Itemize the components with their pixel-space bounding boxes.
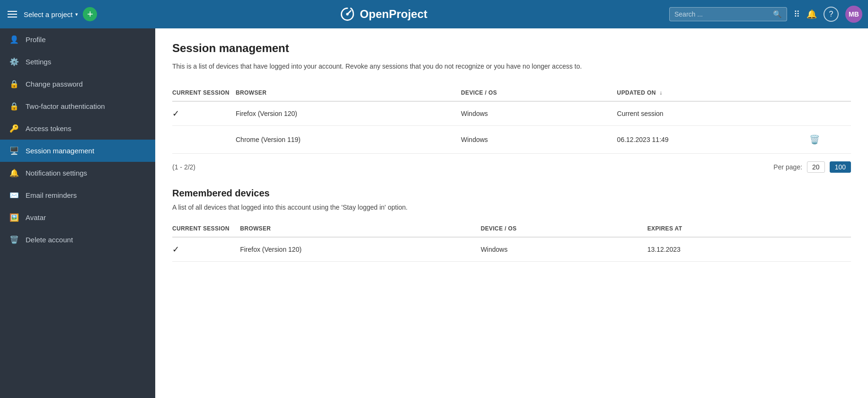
- delete-session-button[interactable]: 🗑️: [807, 133, 822, 147]
- rem-browser-cell: Firefox (Version 120): [240, 237, 481, 262]
- search-input[interactable]: [674, 10, 769, 18]
- current-session-check: ✓: [172, 101, 236, 126]
- rem-current-check: ✓: [172, 237, 240, 262]
- topbar-right: 🔍 ⠿ 🔔 ? MB: [669, 6, 862, 23]
- remembered-devices-desc: A list of all devices that logged into t…: [172, 203, 851, 211]
- per-page-20[interactable]: 20: [807, 161, 825, 173]
- main-content: Session management This is a list of dev…: [155, 28, 868, 398]
- hamburger-menu[interactable]: [6, 9, 19, 19]
- user-icon: 👤: [9, 35, 19, 44]
- updated-cell: Current session: [617, 101, 808, 126]
- table-row: ✓ Firefox (Version 120) Windows Current …: [172, 101, 851, 126]
- col-header-current-session: CURRENT SESSION: [172, 85, 236, 101]
- chevron-down-icon: ▾: [75, 11, 78, 18]
- col-header-action: [807, 85, 851, 101]
- rem-col-header-expires: EXPIRES AT: [647, 221, 851, 237]
- topbar: Select a project ▾ + OpenProject 🔍 ⠿ 🔔 ?…: [0, 0, 868, 28]
- lock-icon: 🔒: [9, 80, 19, 88]
- sort-arrow-icon: ↓: [659, 89, 662, 96]
- action-cell: 🗑️: [807, 126, 851, 154]
- browser-cell: Chrome (Version 119): [236, 126, 461, 154]
- sidebar-item-email-reminders[interactable]: ✉️ Email reminders: [0, 184, 155, 206]
- shield-icon: 🔒: [9, 102, 19, 111]
- per-page-controls: Per page: 20 100: [773, 161, 851, 173]
- topbar-left: Select a project ▾ +: [6, 7, 97, 21]
- trash-icon: 🗑️: [9, 235, 19, 244]
- layout: 👤 Profile ⚙️ Settings 🔒 Change password …: [0, 28, 868, 398]
- gear-icon: ⚙️: [9, 57, 19, 66]
- sidebar-item-change-password[interactable]: 🔒 Change password: [0, 73, 155, 95]
- sidebar-item-delete-account[interactable]: 🗑️ Delete account: [0, 229, 155, 251]
- per-page-100[interactable]: 100: [830, 161, 851, 173]
- table-row: ✓ Firefox (Version 120) Windows 13.12.20…: [172, 237, 851, 262]
- topbar-center: OpenProject: [102, 6, 664, 23]
- sidebar-item-settings[interactable]: ⚙️ Settings: [0, 51, 155, 73]
- sessions-table: CURRENT SESSION BROWSER DEVICE / OS UPDA…: [172, 85, 851, 154]
- search-box[interactable]: 🔍: [669, 7, 787, 21]
- rem-device-cell: Windows: [481, 237, 647, 262]
- sidebar: 👤 Profile ⚙️ Settings 🔒 Change password …: [0, 28, 155, 398]
- browser-cell: Firefox (Version 120): [236, 101, 461, 126]
- sidebar-item-avatar[interactable]: 🖼️ Avatar: [0, 206, 155, 229]
- pagination-row: (1 - 2/2) Per page: 20 100: [172, 161, 851, 173]
- bell-icon[interactable]: 🔔: [806, 9, 817, 19]
- sidebar-item-two-factor[interactable]: 🔒 Two-factor authentication: [0, 95, 155, 117]
- updated-cell: 06.12.2023 11:49: [617, 126, 808, 154]
- key-icon: 🔑: [9, 124, 19, 133]
- checkmark-icon: ✓: [172, 245, 179, 254]
- rem-expires-cell: 13.12.2023: [647, 237, 851, 262]
- page-description: This is a list of devices that have logg…: [172, 62, 598, 71]
- email-icon: ✉️: [9, 191, 19, 200]
- svg-point-0: [346, 13, 349, 15]
- col-header-updated[interactable]: UPDATED ON ↓: [617, 85, 808, 101]
- device-cell: Windows: [461, 101, 617, 126]
- logo-icon: [339, 6, 356, 23]
- remembered-devices-title: Remembered devices: [172, 188, 851, 199]
- remembered-devices-table: CURRENT SESSION BROWSER DEVICE / OS EXPI…: [172, 221, 851, 262]
- current-session-check-empty: [172, 126, 236, 154]
- search-icon: 🔍: [773, 10, 782, 18]
- rem-col-header-device: DEVICE / OS: [481, 221, 647, 237]
- bell-sidebar-icon: 🔔: [9, 168, 19, 177]
- page-title: Session management: [172, 42, 851, 55]
- project-selector[interactable]: Select a project ▾: [24, 10, 78, 18]
- help-button[interactable]: ?: [824, 7, 839, 22]
- grid-icon[interactable]: ⠿: [794, 9, 800, 19]
- col-header-device: DEVICE / OS: [461, 85, 617, 101]
- action-cell: [807, 101, 851, 126]
- sidebar-item-notification-settings[interactable]: 🔔 Notification settings: [0, 162, 155, 184]
- sidebar-item-profile[interactable]: 👤 Profile: [0, 28, 155, 51]
- table-row: Chrome (Version 119) Windows 06.12.2023 …: [172, 126, 851, 154]
- rem-col-header-current: CURRENT SESSION: [172, 221, 240, 237]
- col-header-browser: BROWSER: [236, 85, 461, 101]
- device-cell: Windows: [461, 126, 617, 154]
- sidebar-item-access-tokens[interactable]: 🔑 Access tokens: [0, 117, 155, 140]
- add-project-button[interactable]: +: [83, 7, 97, 21]
- rem-col-header-browser: BROWSER: [240, 221, 481, 237]
- sidebar-item-session-management[interactable]: 🖥️ Session management: [0, 140, 155, 162]
- avatar[interactable]: MB: [845, 6, 862, 23]
- logo: OpenProject: [339, 6, 427, 23]
- pagination-range: (1 - 2/2): [172, 163, 195, 171]
- image-icon: 🖼️: [9, 213, 19, 222]
- checkmark-icon: ✓: [172, 109, 179, 118]
- monitor-icon: 🖥️: [9, 146, 19, 155]
- per-page-label: Per page:: [773, 163, 802, 171]
